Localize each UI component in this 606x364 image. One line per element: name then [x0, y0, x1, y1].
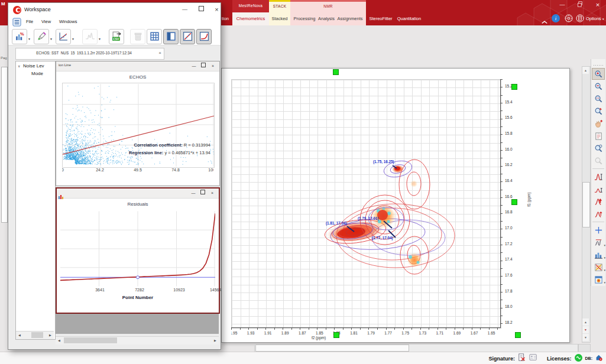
pen-button[interactable]: [34, 29, 49, 44]
regression-window-titlebar[interactable]: ion Line — ×: [56, 61, 219, 72]
histogram-percent-dropdown[interactable]: ▾: [28, 37, 30, 41]
menu-windows[interactable]: Windows: [59, 19, 77, 24]
echos-scatter-chart[interactable]: Correlation coefficient: R = 0.313994 Re…: [62, 83, 215, 168]
residuals-window-titlebar[interactable]: — ×: [57, 188, 219, 199]
selection-handle[interactable]: [515, 332, 521, 338]
histogram-percent-button[interactable]: %: [12, 29, 27, 44]
subwindow-close-button[interactable]: ×: [209, 62, 217, 70]
workspace-window[interactable]: Workspace — × File View Windows %▾▾▾▾CSV…: [8, 2, 221, 350]
selection-handle[interactable]: [511, 199, 517, 205]
residuals-window[interactable]: — × Residuals 364172821092314564 Point N…: [56, 187, 220, 314]
pen-dropdown[interactable]: ▾: [50, 37, 52, 41]
nmr-contour-plot[interactable]: (1.75, 16.25) (1.81, 17.04) (1.79, 17.01…: [231, 79, 500, 327]
horizontal-scrollbar[interactable]: [254, 344, 578, 352]
zoom-out-icon[interactable]: [592, 80, 605, 92]
peak-pick-icon[interactable]: [592, 196, 605, 207]
subwindow-minimize-button[interactable]: —: [189, 189, 197, 197]
close-button[interactable]: ×: [592, 1, 603, 9]
subwindow-maximize-button[interactable]: [199, 62, 208, 70]
regression-dropdown[interactable]: ▾: [72, 37, 74, 41]
bins-icon[interactable]: ▾: [592, 249, 605, 261]
subwindow-minimize-button[interactable]: —: [190, 62, 198, 70]
regression-view-button[interactable]: [180, 29, 195, 44]
crosshair-icon[interactable]: [592, 224, 605, 236]
mdi-hscrollbar[interactable]: ◀ ▶: [56, 336, 219, 344]
tab-chemometrics[interactable]: Chemometrics: [232, 12, 269, 25]
residuals-marker: [137, 276, 140, 279]
residuals-x-tick: 7282: [135, 288, 144, 292]
residuals-view-button[interactable]: [196, 29, 212, 44]
subwindow-close-button[interactable]: ×: [208, 189, 216, 197]
panel-layout-button[interactable]: [163, 29, 179, 44]
regression-line-window[interactable]: ion Line — × ECHOS Correlation coefficie…: [56, 61, 220, 186]
restore-button[interactable]: [575, 1, 585, 9]
workspace-titlebar[interactable]: Workspace — ×: [8, 3, 221, 17]
signature-id-icon[interactable]: [529, 353, 537, 364]
magnify-disabled-icon[interactable]: [592, 155, 605, 167]
multiplet-icon[interactable]: ▾: [592, 236, 605, 248]
document-icon[interactable]: [576, 14, 584, 22]
scroll-down-button[interactable]: ▼: [582, 334, 589, 341]
table-button[interactable]: [147, 29, 162, 44]
page-down-button[interactable]: ▼: [582, 326, 589, 333]
tree-item-model[interactable]: Mode: [31, 71, 43, 76]
license-valid-icon[interactable]: [575, 353, 582, 364]
pan-hand-icon[interactable]: [592, 118, 605, 129]
selection-handle[interactable]: [333, 332, 339, 338]
page-thumbnail[interactable]: [1, 67, 8, 223]
vertical-scroll-thumb[interactable]: [582, 182, 590, 228]
info-icon[interactable]: i: [552, 14, 560, 22]
settings-gear-icon[interactable]: [565, 14, 573, 22]
subwindow-maximize-button[interactable]: [199, 189, 207, 197]
tree-collapse-icon[interactable]: ∨: [18, 64, 20, 68]
collapse-ribbon-icon[interactable]: [541, 17, 548, 25]
regression-button[interactable]: [56, 29, 71, 44]
zoom-fit-icon[interactable]: [592, 105, 605, 117]
zoom-in-icon[interactable]: [592, 68, 605, 80]
selection-handle[interactable]: [333, 69, 339, 75]
toolbar-drag-handle[interactable]: [594, 64, 603, 66]
f1-tick: 15.8: [505, 131, 513, 135]
peak-intensity-icon[interactable]: [592, 171, 605, 183]
residuals-chart[interactable]: [60, 211, 215, 287]
horizontal-scroll-thumb[interactable]: [255, 344, 409, 352]
contour-window-icon[interactable]: ▾: [592, 274, 605, 285]
preview-icon[interactable]: [592, 130, 605, 142]
signature-invalid-icon[interactable]: [518, 353, 526, 364]
peak-intensity-small-icon[interactable]: [592, 183, 605, 195]
panel-hscrollbar[interactable]: ◀ ▶: [16, 331, 54, 339]
tab-analysis[interactable]: Analysis: [317, 12, 336, 25]
magnify-glass-icon[interactable]: [592, 142, 605, 154]
workspace-minimize-button[interactable]: —: [180, 5, 190, 14]
export-csv-button[interactable]: CSV: [109, 29, 124, 44]
menu-file[interactable]: File: [26, 19, 33, 24]
spectrum-button[interactable]: [82, 29, 98, 44]
db-status-icon[interactable]: [595, 353, 603, 364]
workspace-close-button[interactable]: ×: [212, 5, 222, 14]
noise-level-panel[interactable]: ∨ Noise Lev Mode ◀ ▶: [15, 61, 56, 340]
spectrum-dropdown[interactable]: ▾: [99, 37, 101, 41]
tab-stacked[interactable]: Stacked: [269, 12, 290, 25]
zoom-region-icon[interactable]: [592, 93, 605, 105]
contour-cross-icon[interactable]: ▾: [592, 261, 605, 273]
menu-view[interactable]: View: [41, 19, 51, 24]
selection-handle[interactable]: [511, 84, 517, 90]
pages-panel-tab[interactable]: Pag: [1, 56, 7, 60]
tab-assignments[interactable]: Assignments: [336, 12, 364, 25]
options-menu[interactable]: Options ▾: [586, 16, 604, 21]
peak-arrow-icon[interactable]: [592, 208, 605, 220]
tree-item-noise-level[interactable]: Noise Lev: [23, 63, 44, 69]
delete-button[interactable]: [130, 29, 145, 44]
dataset-tab[interactable]: ECHOS: SST_NUS_15_193.1.1.2rr 2020-10-19…: [15, 48, 164, 60]
dataset-tab-close-icon[interactable]: ×: [158, 50, 161, 56]
regression-window-title: ion Line: [59, 63, 71, 67]
scroll-up-button[interactable]: ▲: [582, 67, 589, 74]
vertical-scrollbar[interactable]: ▲ ▲ ▼ ▼: [582, 66, 591, 343]
page-up-button[interactable]: ▲: [582, 318, 589, 326]
minimize-button[interactable]: —: [557, 1, 568, 9]
tab-quantitation[interactable]: Quantitation: [395, 12, 423, 25]
tab-processing[interactable]: Processing: [293, 12, 316, 25]
workspace-maximize-button[interactable]: [196, 5, 206, 14]
tab-stereofitter[interactable]: StereoFitter: [368, 12, 394, 25]
nmr-page[interactable]: (1.75, 16.25) (1.81, 17.04) (1.79, 17.01…: [221, 68, 570, 343]
